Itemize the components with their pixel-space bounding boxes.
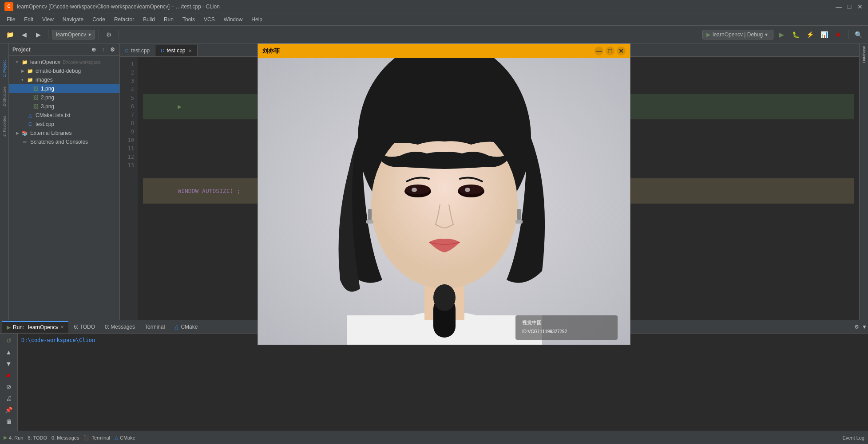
toolbar-settings-btn[interactable]: ⚙ (103, 28, 115, 41)
line-num-11: 11 (120, 145, 134, 153)
line-num-8: 8 (120, 119, 134, 128)
panel-action-1[interactable]: ⊕ (90, 46, 97, 53)
toolbar-back-btn[interactable]: ◀ (18, 28, 30, 41)
tree-item-cmake-build[interactable]: ▶ 📁 cmake-build-debug (9, 67, 119, 75)
status-cmake[interactable]: △ CMake (115, 435, 135, 440)
tab-messages[interactable]: 0: Messages (100, 321, 139, 333)
cmake-icon-tab: △ (174, 324, 178, 330)
cv-close-btn[interactable]: ✕ (617, 47, 626, 55)
png-icon-3: 🖼 (32, 103, 39, 110)
tab-terminal[interactable]: Terminal (140, 321, 169, 333)
status-run[interactable]: ▶ 4: Run (4, 435, 23, 440)
menu-bar: FileEditViewNavigateCodeRefactorBuildRun… (0, 13, 868, 26)
tree-item-scratches[interactable]: ✏ Scratches and Consoles (9, 138, 119, 146)
menu-item-vcs[interactable]: VCS (199, 15, 219, 24)
run-clear-btn[interactable]: ⊘ (4, 382, 14, 392)
toolbar-run-config[interactable]: ▶ learnOpencv | Debug ▾ (702, 30, 773, 39)
tab-todo[interactable]: 6: TODO (69, 321, 99, 333)
opencv-image-area: TISS OT (258, 58, 630, 345)
toolbar-search-btn[interactable]: 🔍 (852, 28, 864, 41)
bottom-panel-settings[interactable]: ⚙ (853, 323, 860, 330)
menu-item-edit[interactable]: Edit (20, 15, 38, 24)
minimize-button[interactable]: — (835, 3, 842, 10)
status-cmake-label: CMake (120, 435, 135, 440)
tab-run-close[interactable]: ✕ (60, 325, 64, 330)
tree-item-testcpp[interactable]: C test.cpp (9, 120, 119, 129)
run-scroll-up-btn[interactable]: ▲ (4, 347, 14, 357)
menu-item-view[interactable]: View (38, 15, 58, 24)
menu-item-run[interactable]: Run (159, 15, 178, 24)
toolbar-separator-2 (99, 30, 99, 39)
photo-display: TISS OT (258, 58, 630, 345)
cv-minimize-btn[interactable]: — (595, 47, 603, 55)
menu-item-tools[interactable]: Tools (178, 15, 199, 24)
bottom-panel-minimize[interactable]: ▼ (861, 323, 868, 330)
menu-item-refactor[interactable]: Refactor (110, 15, 139, 24)
menu-item-help[interactable]: Help (247, 15, 267, 24)
menu-item-file[interactable]: File (2, 15, 20, 24)
right-sidebar-database[interactable]: Database (860, 46, 868, 63)
run-icon-status: ▶ (4, 435, 7, 440)
tab-cmake[interactable]: △ CMake (170, 321, 202, 333)
tab-run[interactable]: ▶ Run: learnOpencv ✕ (2, 321, 68, 333)
arrow-icon-9: ▶ (16, 131, 21, 135)
menu-item-window[interactable]: Window (219, 15, 247, 24)
toolbar-folder-btn[interactable]: 📁 (4, 28, 16, 41)
editor-tab-2[interactable]: C test.cpp ✕ (155, 45, 197, 56)
cv-maximize-btn[interactable]: □ (606, 47, 614, 55)
project-panel-title: Project (12, 47, 90, 53)
activity-item-structure[interactable]: Z-Structure (1, 83, 8, 110)
menu-item-navigate[interactable]: Navigate (58, 15, 88, 24)
menu-item-build[interactable]: Build (139, 15, 159, 24)
tab-close-icon[interactable]: ✕ (188, 48, 192, 53)
tab-terminal-label: Terminal (145, 324, 165, 330)
activity-item-project[interactable]: 1: Project (1, 57, 8, 81)
run-pin-btn[interactable]: 📌 (4, 405, 14, 415)
menu-item-code[interactable]: Code (88, 15, 110, 24)
tab-run-name: learnOpencv (28, 324, 58, 330)
tree-item-scratches-label: Scratches and Consoles (30, 139, 88, 145)
tab-cmake-label: CMake (181, 324, 198, 330)
run-restart-btn[interactable]: ↺ (4, 336, 14, 346)
window-title: learnOpencv [D:\code-workspace\Clion-wor… (17, 4, 835, 10)
activity-item-favorites[interactable]: 2: Favorites (1, 112, 8, 140)
run-stop-btn[interactable]: ■ (4, 370, 14, 380)
cmake-folder-icon: 📁 (27, 67, 34, 75)
toolbar-forward-btn[interactable]: ▶ (32, 28, 44, 41)
toolbar-debug-btn[interactable]: 🐛 (789, 28, 802, 41)
tree-item-external[interactable]: ▶ 📚 External Libraries (9, 129, 119, 138)
status-todo[interactable]: 6: TODO (28, 435, 47, 440)
tree-item-1png[interactable]: 🖼 1.png (9, 84, 119, 93)
tab-messages-label: 0: Messages (105, 324, 135, 330)
toolbar-stop-btn[interactable]: ■ (832, 28, 844, 41)
editor-tab-1[interactable]: C test.cpp (120, 45, 155, 56)
status-event-log[interactable]: Event Log (842, 435, 864, 440)
run-scroll-down-btn[interactable]: ▼ (4, 359, 14, 369)
toolbar-separator-3 (119, 30, 119, 39)
panel-action-3[interactable]: ⚙ (109, 46, 116, 53)
run-trash-btn[interactable]: 🗑 (4, 416, 14, 426)
tree-item-3png[interactable]: 🖼 3.png (9, 102, 119, 111)
svg-point-7 (405, 185, 430, 194)
toolbar-run-btn[interactable]: ▶ (775, 28, 788, 41)
toolbar-coverage-btn[interactable]: ⚡ (804, 28, 816, 41)
status-messages[interactable]: 0: Messages (52, 435, 79, 440)
close-button[interactable]: ✕ (856, 3, 864, 10)
title-bar: C learnOpencv [D:\code-workspace\Clion-w… (0, 0, 868, 13)
library-icon: 📚 (21, 130, 28, 137)
run-config-icon: ▶ (706, 31, 710, 38)
status-terminal[interactable]: ⬛ Terminal (83, 435, 110, 440)
tree-item-2png[interactable]: 🖼 2.png (9, 93, 119, 102)
panel-action-2[interactable]: ↑ (99, 46, 107, 53)
tree-item-cmakelists[interactable]: △ CMakeLists.txt (9, 111, 119, 120)
tree-item-root[interactable]: ▾ 📁 learnOpencv D:\code-workspace (9, 58, 119, 67)
app-icon: C (4, 2, 13, 11)
toolbar-project-selector[interactable]: learnOpencv ▾ (52, 30, 95, 39)
line-num-12: 12 (120, 153, 134, 161)
toolbar-profile-btn[interactable]: 📊 (818, 28, 830, 41)
tree-item-images[interactable]: ▾ 📁 images (9, 75, 119, 84)
maximize-button[interactable]: □ (846, 3, 853, 10)
line-num-7: 7 (120, 111, 134, 119)
run-print-btn[interactable]: 🖨 (4, 393, 14, 403)
code-snippet: WINDOW_AUTOSIZE) ; (178, 188, 240, 194)
